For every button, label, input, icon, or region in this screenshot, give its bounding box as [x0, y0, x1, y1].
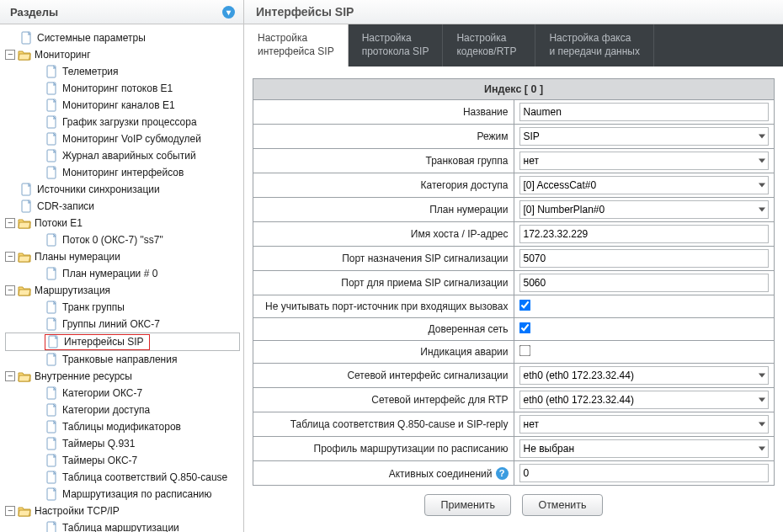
apply-button[interactable]: Применить: [424, 494, 511, 516]
tree-item[interactable]: Таймеры ОКС-7: [62, 455, 137, 466]
label-dst-port: Порт назначения SIP сигнализации: [253, 247, 514, 271]
tree-item[interactable]: График загрузки процессора: [62, 116, 197, 128]
checkbox-trusted[interactable]: [519, 322, 530, 334]
select-sched-prof[interactable]: [519, 439, 770, 458]
doc-icon: [20, 200, 34, 213]
input-dst-port[interactable]: [519, 249, 770, 268]
toggle-icon[interactable]: −: [5, 506, 15, 516]
doc-icon: [45, 65, 59, 78]
doc-icon: [45, 454, 59, 467]
tree-item[interactable]: Системные параметры: [37, 32, 146, 44]
sidebar-header: Разделы ▾: [0, 0, 243, 24]
doc-icon: [45, 403, 59, 417]
select-trunk-group[interactable]: [519, 152, 770, 170]
label-name: Название: [253, 100, 514, 125]
doc-icon: [45, 98, 59, 112]
label-mode: Режим: [253, 125, 514, 149]
tree-item[interactable]: Таймеры Q.931: [62, 438, 135, 450]
doc-icon: [45, 132, 59, 146]
tree-item[interactable]: Источники синхронизации: [37, 184, 160, 195]
select-sig-if[interactable]: [519, 366, 770, 385]
tabs: Настройкаинтерфейса SIP Настройкапротоко…: [244, 24, 783, 66]
input-name[interactable]: [519, 103, 770, 121]
select-rtp-if[interactable]: [519, 391, 770, 409]
tree-item[interactable]: Мониторинг VoIP субмодулей: [62, 133, 201, 145]
label-ignore-src: Не учитывать порт-источник при входящих …: [253, 295, 514, 318]
tree-item[interactable]: Группы линий ОКС-7: [62, 318, 160, 330]
label-active-conn: Активных соединений?: [253, 461, 514, 486]
toggle-icon[interactable]: −: [5, 50, 15, 60]
folder-open-icon: [18, 48, 31, 61]
doc-icon: [45, 166, 59, 179]
tree-item[interactable]: Мониторинг: [35, 49, 91, 61]
tree-item[interactable]: Мониторинг каналов E1: [62, 99, 175, 111]
tree-item[interactable]: Таблица соответствий Q.850-cause: [62, 471, 227, 483]
select-q850-map[interactable]: [519, 415, 770, 434]
tree-item[interactable]: Таблицы модификаторов: [62, 421, 181, 433]
tree-item[interactable]: Категории ОКС-7: [62, 387, 142, 399]
tree-item[interactable]: Категории доступа: [62, 404, 150, 416]
label-access-cat: Категория доступа: [253, 173, 514, 198]
settings-table: Индекс [ 0 ] Название Режим Транковая гр…: [253, 78, 775, 486]
checkbox-ignore-src[interactable]: [519, 300, 530, 311]
doc-icon: [20, 183, 34, 196]
label-host: Имя хоста / IP-адрес: [253, 222, 514, 247]
help-icon[interactable]: ?: [496, 467, 509, 480]
toggle-icon[interactable]: −: [5, 371, 15, 381]
tree-item[interactable]: Настройки TCP/IP: [35, 505, 120, 517]
label-sched-prof: Профиль маршрутизации по расписанию: [253, 437, 514, 461]
tree-item[interactable]: CDR-записи: [37, 200, 94, 212]
tree-item[interactable]: Потоки E1: [35, 217, 83, 229]
input-lsn-port[interactable]: [519, 274, 770, 292]
input-active-conn[interactable]: [519, 464, 770, 482]
select-access-cat[interactable]: [519, 176, 770, 194]
checkbox-alarm-ind[interactable]: [519, 345, 530, 357]
toggle-icon[interactable]: −: [5, 285, 15, 295]
cancel-button[interactable]: Отменить: [522, 494, 602, 516]
label-alarm-ind: Индикация аварии: [253, 341, 514, 364]
tab-codecs[interactable]: Настройкакодеков/RTP: [443, 24, 535, 66]
tree-item[interactable]: План нумерации # 0: [62, 268, 157, 279]
collapse-icon[interactable]: ▾: [222, 6, 235, 19]
tree-item[interactable]: Маршрутизация: [35, 285, 110, 296]
sidebar-title: Разделы: [10, 6, 58, 19]
tree-item[interactable]: Транковые направления: [62, 354, 177, 365]
group-header: Индекс [ 0 ]: [253, 79, 775, 100]
content: Интерфейсы SIP Настройкаинтерфейса SIP Н…: [244, 0, 783, 532]
tree-item[interactable]: Телеметрия: [62, 66, 119, 77]
tree-item[interactable]: Поток 0 (ОКС-7) "ss7": [62, 234, 163, 246]
doc-icon: [45, 420, 59, 434]
tree-item-selected[interactable]: Интерфейсы SIP: [5, 332, 240, 351]
doc-icon: [45, 471, 59, 484]
tree-item[interactable]: Планы нумерации: [35, 251, 120, 263]
tree-item[interactable]: Мониторинг интерфейсов: [62, 167, 184, 178]
tree-item[interactable]: Транк группы: [62, 301, 125, 313]
doc-icon: [45, 267, 59, 280]
input-host[interactable]: [519, 225, 770, 243]
tab-interface[interactable]: Настройкаинтерфейса SIP: [244, 24, 349, 66]
label-trusted: Доверенная сеть: [253, 318, 514, 341]
tree-item[interactable]: Маршрутизация по расписанию: [62, 488, 212, 500]
label-lsn-port: Порт для приема SIP сигнализации: [253, 271, 514, 295]
tab-fax[interactable]: Настройка факсаи передачи данных: [535, 24, 654, 66]
label-rtp-if: Сетевой интерфейс для RTP: [253, 388, 514, 412]
folder-open-icon: [18, 370, 31, 383]
select-num-plan[interactable]: [519, 200, 770, 219]
toggle-icon[interactable]: −: [5, 218, 15, 228]
doc-icon: [45, 317, 59, 331]
tree-item[interactable]: Внутренние ресурсы: [35, 370, 132, 382]
doc-icon: [45, 386, 59, 400]
tab-protocol[interactable]: Настройкапротокола SIP: [349, 24, 444, 66]
label-q850-map: Таблица соответствия Q.850-cause и SIP-r…: [253, 412, 514, 437]
sidebar: Разделы ▾ Системные параметры −Мониторин…: [0, 0, 244, 532]
doc-icon: [45, 82, 59, 95]
doc-icon: [20, 31, 34, 45]
doc-icon: [45, 149, 59, 162]
tree-item[interactable]: Журнал аварийных событий: [62, 150, 196, 162]
toggle-icon[interactable]: −: [5, 252, 15, 262]
tree-item[interactable]: Таблица маршрутизации: [62, 522, 179, 532]
folder-open-icon: [18, 284, 31, 297]
tree-item[interactable]: Мониторинг потоков E1: [62, 82, 173, 94]
select-mode[interactable]: [519, 127, 770, 146]
doc-icon: [45, 437, 59, 450]
